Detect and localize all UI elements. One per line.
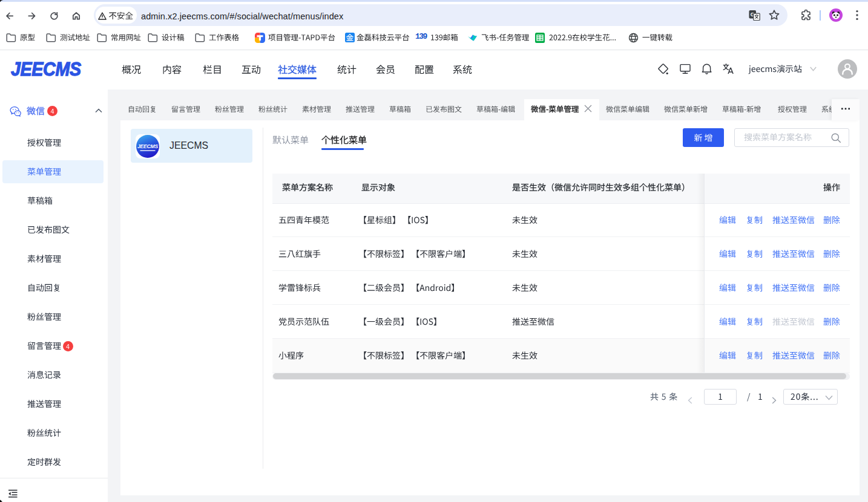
svg-text:JEECMS: JEECMS	[137, 143, 159, 149]
